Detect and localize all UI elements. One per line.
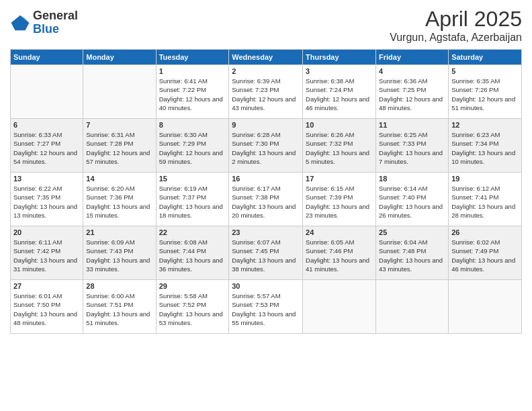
day-info: Sunrise: 6:14 AMSunset: 7:40 PMDaylight:… (379, 184, 445, 220)
week-row-3: 13Sunrise: 6:22 AMSunset: 7:35 PMDayligh… (11, 173, 522, 226)
day-number: 13 (13, 175, 80, 183)
day-cell: 8Sunrise: 6:30 AMSunset: 7:29 PMDaylight… (156, 119, 229, 173)
day-info: Sunrise: 6:09 AMSunset: 7:43 PMDaylight:… (86, 238, 152, 273)
day-cell: 9Sunrise: 6:28 AMSunset: 7:30 PMDaylight… (229, 119, 303, 173)
week-row-4: 20Sunrise: 6:11 AMSunset: 7:42 PMDayligh… (11, 226, 522, 280)
header: General Blue April 2025 Vurgun, Agstafa,… (10, 7, 522, 44)
header-row: SundayMondayTuesdayWednesdayThursdayFrid… (11, 50, 522, 65)
day-cell: 2Sunrise: 6:39 AMSunset: 7:23 PMDaylight… (229, 65, 303, 119)
day-cell: 21Sunrise: 6:09 AMSunset: 7:43 PMDayligh… (83, 226, 156, 280)
day-cell: 23Sunrise: 6:07 AMSunset: 7:45 PMDayligh… (229, 226, 303, 280)
day-number: 4 (379, 67, 445, 75)
day-cell (11, 65, 83, 119)
day-cell: 13Sunrise: 6:22 AMSunset: 7:35 PMDayligh… (11, 173, 83, 226)
day-info: Sunrise: 6:23 AMSunset: 7:34 PMDaylight:… (451, 130, 519, 166)
day-number: 9 (232, 121, 300, 129)
day-info: Sunrise: 5:57 AMSunset: 7:53 PMDaylight:… (232, 291, 300, 327)
day-cell: 20Sunrise: 6:11 AMSunset: 7:42 PMDayligh… (11, 226, 83, 280)
header-day-wednesday: Wednesday (229, 50, 303, 65)
day-cell (376, 280, 449, 334)
day-number: 5 (451, 67, 519, 75)
day-number: 14 (86, 175, 152, 183)
logo-general: General (33, 9, 78, 23)
day-cell: 18Sunrise: 6:14 AMSunset: 7:40 PMDayligh… (376, 173, 449, 226)
title-block: April 2025 Vurgun, Agstafa, Azerbaijan (390, 7, 522, 44)
day-cell: 30Sunrise: 5:57 AMSunset: 7:53 PMDayligh… (229, 280, 303, 334)
day-info: Sunrise: 6:05 AMSunset: 7:46 PMDaylight:… (306, 238, 373, 273)
day-cell: 22Sunrise: 6:08 AMSunset: 7:44 PMDayligh… (156, 226, 229, 280)
day-info: Sunrise: 6:28 AMSunset: 7:30 PMDaylight:… (232, 130, 300, 166)
logo: General Blue (10, 9, 78, 36)
day-number: 27 (13, 282, 80, 290)
day-info: Sunrise: 6:22 AMSunset: 7:35 PMDaylight:… (13, 184, 80, 220)
day-info: Sunrise: 6:15 AMSunset: 7:39 PMDaylight:… (306, 184, 373, 220)
day-number: 28 (86, 282, 152, 290)
header-day-sunday: Sunday (11, 50, 83, 65)
day-number: 20 (13, 228, 80, 236)
day-number: 24 (306, 228, 373, 236)
day-cell: 14Sunrise: 6:20 AMSunset: 7:36 PMDayligh… (83, 173, 156, 226)
day-info: Sunrise: 6:11 AMSunset: 7:42 PMDaylight:… (13, 238, 80, 273)
header-day-friday: Friday (376, 50, 449, 65)
day-info: Sunrise: 6:07 AMSunset: 7:45 PMDaylight:… (232, 238, 300, 273)
calendar-table: SundayMondayTuesdayWednesdayThursdayFrid… (10, 49, 522, 334)
day-info: Sunrise: 6:12 AMSunset: 7:41 PMDaylight:… (451, 184, 519, 220)
svg-marker-0 (11, 15, 30, 31)
day-cell: 27Sunrise: 6:01 AMSunset: 7:50 PMDayligh… (11, 280, 83, 334)
day-number: 18 (379, 175, 445, 183)
day-info: Sunrise: 6:20 AMSunset: 7:36 PMDaylight:… (86, 184, 152, 220)
day-cell (303, 280, 376, 334)
day-number: 30 (232, 282, 300, 290)
day-info: Sunrise: 6:01 AMSunset: 7:50 PMDaylight:… (13, 291, 80, 327)
day-cell: 11Sunrise: 6:25 AMSunset: 7:33 PMDayligh… (376, 119, 449, 173)
day-number: 2 (232, 67, 300, 75)
day-info: Sunrise: 5:58 AMSunset: 7:52 PMDaylight:… (159, 291, 226, 327)
day-info: Sunrise: 6:35 AMSunset: 7:26 PMDaylight:… (451, 77, 519, 112)
day-info: Sunrise: 6:04 AMSunset: 7:48 PMDaylight:… (379, 238, 445, 273)
day-info: Sunrise: 6:33 AMSunset: 7:27 PMDaylight:… (13, 130, 80, 166)
week-row-5: 27Sunrise: 6:01 AMSunset: 7:50 PMDayligh… (11, 280, 522, 334)
day-cell: 3Sunrise: 6:38 AMSunset: 7:24 PMDaylight… (303, 65, 376, 119)
day-cell: 1Sunrise: 6:41 AMSunset: 7:22 PMDaylight… (156, 65, 229, 119)
day-number: 10 (306, 121, 373, 129)
day-number: 22 (159, 228, 226, 236)
day-info: Sunrise: 6:19 AMSunset: 7:37 PMDaylight:… (159, 184, 226, 220)
day-number: 29 (159, 282, 226, 290)
day-cell (449, 280, 522, 334)
logo-blue: Blue (33, 23, 78, 36)
day-number: 26 (451, 228, 519, 236)
day-number: 7 (86, 121, 152, 129)
day-number: 21 (86, 228, 152, 236)
day-number: 17 (306, 175, 373, 183)
day-cell: 16Sunrise: 6:17 AMSunset: 7:38 PMDayligh… (229, 173, 303, 226)
day-cell: 25Sunrise: 6:04 AMSunset: 7:48 PMDayligh… (376, 226, 449, 280)
day-number: 19 (451, 175, 519, 183)
page-container: General Blue April 2025 Vurgun, Agstafa,… (0, 0, 532, 411)
calendar-header: SundayMondayTuesdayWednesdayThursdayFrid… (11, 50, 522, 65)
day-info: Sunrise: 6:17 AMSunset: 7:38 PMDaylight:… (232, 184, 300, 220)
day-cell: 19Sunrise: 6:12 AMSunset: 7:41 PMDayligh… (449, 173, 522, 226)
day-cell: 10Sunrise: 6:26 AMSunset: 7:32 PMDayligh… (303, 119, 376, 173)
day-cell: 6Sunrise: 6:33 AMSunset: 7:27 PMDaylight… (11, 119, 83, 173)
day-info: Sunrise: 6:30 AMSunset: 7:29 PMDaylight:… (159, 130, 226, 166)
day-info: Sunrise: 6:39 AMSunset: 7:23 PMDaylight:… (232, 77, 300, 112)
day-cell: 12Sunrise: 6:23 AMSunset: 7:34 PMDayligh… (449, 119, 522, 173)
day-cell: 28Sunrise: 6:00 AMSunset: 7:51 PMDayligh… (83, 280, 156, 334)
day-info: Sunrise: 6:38 AMSunset: 7:24 PMDaylight:… (306, 77, 373, 112)
day-number: 16 (232, 175, 300, 183)
month-title: April 2025 (390, 7, 522, 32)
day-info: Sunrise: 6:36 AMSunset: 7:25 PMDaylight:… (379, 77, 445, 112)
day-number: 8 (159, 121, 226, 129)
day-cell: 4Sunrise: 6:36 AMSunset: 7:25 PMDaylight… (376, 65, 449, 119)
day-cell: 5Sunrise: 6:35 AMSunset: 7:26 PMDaylight… (449, 65, 522, 119)
day-cell: 7Sunrise: 6:31 AMSunset: 7:28 PMDaylight… (83, 119, 156, 173)
day-cell (83, 65, 156, 119)
day-cell: 24Sunrise: 6:05 AMSunset: 7:46 PMDayligh… (303, 226, 376, 280)
day-info: Sunrise: 6:02 AMSunset: 7:49 PMDaylight:… (451, 238, 519, 273)
day-number: 1 (159, 67, 226, 75)
day-info: Sunrise: 6:25 AMSunset: 7:33 PMDaylight:… (379, 130, 445, 166)
week-row-2: 6Sunrise: 6:33 AMSunset: 7:27 PMDaylight… (11, 119, 522, 173)
day-info: Sunrise: 6:00 AMSunset: 7:51 PMDaylight:… (86, 291, 152, 327)
day-info: Sunrise: 6:31 AMSunset: 7:28 PMDaylight:… (86, 130, 152, 166)
day-number: 12 (451, 121, 519, 129)
